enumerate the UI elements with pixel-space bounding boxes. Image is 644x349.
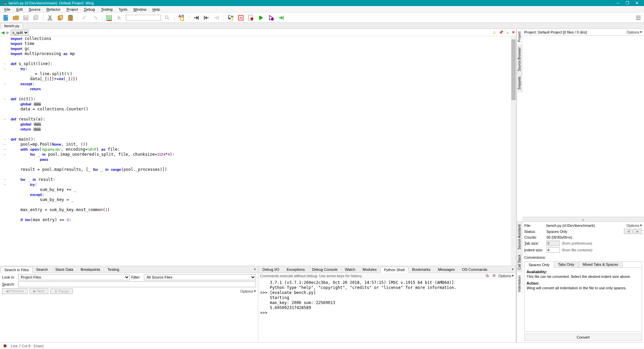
- tab-exceptions[interactable]: Exceptions: [283, 266, 309, 272]
- tabsize-input[interactable]: [546, 241, 560, 246]
- maximize-button[interactable]: ❐: [626, 1, 629, 5]
- tab-debug-console[interactable]: Debug Console: [308, 266, 341, 272]
- next-button[interactable]: ▶ Next: [30, 288, 48, 294]
- step-out-icon[interactable]: [203, 14, 210, 21]
- tab-python-shell[interactable]: Python Shell: [380, 267, 409, 273]
- pause-button[interactable]: ⏸ Pause: [50, 289, 73, 294]
- project-tree[interactable]: [522, 36, 644, 217]
- cut-icon[interactable]: [47, 14, 54, 21]
- previous-button[interactable]: ◀ Previous: [2, 288, 28, 294]
- tab-messages[interactable]: Messages: [434, 266, 458, 272]
- python-shell[interactable]: 3.7.1 (v3.7.1:260ec2c36a, Oct 20 2018, 1…: [258, 279, 516, 342]
- search-options-link[interactable]: Options ▾: [240, 289, 256, 293]
- menu-file[interactable]: File: [2, 7, 13, 12]
- minimize-button[interactable]: ─: [616, 1, 620, 5]
- chevron-down-icon[interactable]: ⌄: [506, 30, 509, 35]
- side-tab-source-browser[interactable]: Source Browser: [517, 45, 522, 74]
- debug-config-icon[interactable]: [237, 14, 245, 21]
- nav-forward-icon[interactable]: ▶: [6, 30, 9, 35]
- bug-status-icon[interactable]: 🐞: [3, 344, 7, 348]
- step-to-cursor-icon[interactable]: [277, 14, 285, 21]
- toolbar-search-input[interactable]: [126, 15, 161, 21]
- fold-gutter[interactable]: −−− − − −−−− −−: [0, 36, 9, 266]
- indent-options-link[interactable]: Options ▾: [627, 223, 642, 228]
- filter-select[interactable]: All Source Files: [144, 274, 256, 280]
- copy-icon[interactable]: [57, 14, 64, 21]
- svg-rect-10: [69, 15, 71, 16]
- open-file-icon[interactable]: [12, 14, 19, 21]
- tab-testing[interactable]: Testing: [104, 266, 123, 272]
- close-button[interactable]: ✕: [635, 1, 639, 5]
- find-replace-icon[interactable]: AB: [178, 14, 185, 21]
- tab-os-commands[interactable]: OS Commands: [459, 266, 491, 272]
- svg-rect-4: [34, 15, 38, 19]
- breakpoint-icon[interactable]: [247, 14, 255, 21]
- code-editor[interactable]: −−− − − −−−− −− import collections impor…: [0, 36, 516, 266]
- undo-icon[interactable]: [81, 14, 89, 21]
- svg-rect-19: [238, 15, 243, 20]
- search-icon[interactable]: [164, 14, 171, 21]
- menu-help[interactable]: Help: [150, 7, 163, 12]
- menu-tools[interactable]: Tools: [116, 7, 130, 12]
- project-title: Project: Default Project [0 files / 0 di…: [524, 30, 587, 34]
- new-file-icon[interactable]: [2, 14, 9, 21]
- panel-collapse-handle[interactable]: ⌄: [522, 217, 644, 221]
- nav-back-icon[interactable]: ◀: [1, 30, 4, 35]
- save-icon[interactable]: [22, 14, 30, 21]
- shell-options-link[interactable]: Options ▾: [498, 273, 514, 278]
- tab-modules[interactable]: Modules: [359, 266, 380, 272]
- menu-refactor[interactable]: Refactor: [44, 7, 63, 12]
- symbol-selector[interactable]: s_split: [11, 30, 29, 36]
- file-tab[interactable]: bench.py: [1, 23, 23, 29]
- hamburger-icon[interactable]: [635, 14, 642, 21]
- project-options-link[interactable]: Options ▾: [627, 30, 642, 34]
- menu-project[interactable]: Project: [64, 7, 80, 12]
- look-in-select[interactable]: Project Files: [18, 274, 130, 280]
- close-editor-icon[interactable]: ✕: [512, 30, 515, 35]
- menu-testing[interactable]: Testing: [99, 7, 115, 12]
- tab-debug-io[interactable]: Debug I/O: [259, 266, 283, 272]
- step-over-icon[interactable]: [213, 14, 220, 21]
- settings-icon[interactable]: ⚙: [492, 273, 496, 278]
- tab-watch[interactable]: Watch: [341, 266, 359, 272]
- menu-source[interactable]: Source: [26, 7, 43, 12]
- conv-tab-spaces[interactable]: Spaces Only: [525, 262, 554, 268]
- conv-tab-tabs[interactable]: Tabs Only: [554, 262, 579, 267]
- tab-bookmarks[interactable]: Bookmarks: [408, 266, 434, 272]
- warning-icon[interactable]: ⚠: [493, 30, 496, 35]
- tabsize-note: (from preferences): [562, 241, 592, 245]
- side-tab-snippets[interactable]: Snippets: [517, 74, 522, 92]
- bug-icon[interactable]: 🐞: [485, 273, 490, 278]
- conv-tab-mixed[interactable]: Mixed Tabs & Spaces: [579, 262, 623, 267]
- svg-point-18: [229, 16, 230, 16]
- side-tab-source-assistant[interactable]: Source Assistant: [517, 222, 522, 252]
- search-input[interactable]: [18, 281, 256, 287]
- panel-collapse-icon-2[interactable]: ▾: [510, 267, 516, 271]
- tab-search[interactable]: Search: [33, 266, 52, 272]
- step-into-icon[interactable]: [193, 14, 200, 21]
- side-tab-call-stack[interactable]: Call Stack: [517, 252, 522, 272]
- indent-guides-icon[interactable]: [106, 14, 113, 21]
- redo-icon[interactable]: [91, 14, 99, 21]
- side-tab-project[interactable]: Project: [517, 29, 522, 45]
- debug-icon[interactable]: [267, 14, 275, 21]
- indent-input[interactable]: [546, 247, 560, 253]
- pin-icon[interactable]: 📌: [499, 30, 503, 35]
- save-all-icon[interactable]: [32, 14, 40, 21]
- run-icon[interactable]: [257, 14, 265, 21]
- paste-icon[interactable]: [67, 14, 74, 21]
- side-tab-indentation[interactable]: Indentation: [517, 273, 522, 295]
- python-icon[interactable]: [227, 14, 234, 21]
- tab-breakpoints[interactable]: Breakpoints: [77, 266, 104, 272]
- tab-stack-data[interactable]: Stack Data: [52, 266, 77, 272]
- convert-button[interactable]: Convert: [524, 334, 642, 341]
- menu-edit[interactable]: Edit: [14, 7, 25, 12]
- tab-search-in-files[interactable]: Search in Files: [1, 267, 33, 273]
- nav-next-button[interactable]: ▶: [633, 229, 642, 234]
- nav-prev-button[interactable]: ◀: [624, 229, 633, 234]
- cursor-icon[interactable]: [116, 14, 123, 21]
- menu-debug[interactable]: Debug: [82, 7, 97, 12]
- menu-window[interactable]: Window: [131, 7, 149, 12]
- panel-collapse-icon[interactable]: ▾: [252, 267, 258, 271]
- editor-scrollbar[interactable]: [511, 36, 516, 266]
